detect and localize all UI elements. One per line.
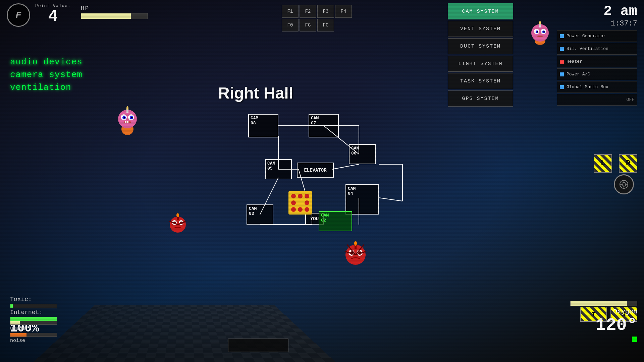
noise-bar-fill	[10, 333, 26, 337]
duct-system-button[interactable]: DUCT SYSTEM	[448, 38, 513, 54]
toxic-bar-bg	[10, 304, 57, 308]
power-off-item[interactable]: OFF	[557, 94, 637, 106]
oxygen-label: Oxygen	[613, 308, 637, 315]
left-menu-ventilation[interactable]: ventilation	[10, 82, 83, 93]
global-music-box-label: Global Music Box	[567, 84, 608, 89]
usage-stat: usage	[10, 321, 57, 331]
lr-buttons: L R	[594, 154, 637, 173]
green-dot	[632, 337, 637, 342]
usage-bar-bg	[10, 321, 57, 325]
cam-06-label: CAM06	[351, 146, 359, 156]
cam-05-node[interactable]: CAM05	[265, 159, 292, 179]
power-ac-indicator	[560, 72, 564, 76]
power-ac-item[interactable]: Power A/C	[557, 68, 637, 80]
cam-04-node[interactable]: CAM04	[345, 184, 379, 215]
sil-ventilation-label: Sil. Ventilation	[567, 46, 608, 51]
fkey-fc[interactable]: FC	[317, 19, 334, 32]
elevator-label: ELEVATOR	[304, 168, 326, 173]
cam-08-node[interactable]: CAM08	[248, 114, 278, 137]
svg-point-43	[291, 200, 296, 205]
heater-label: Heater	[567, 59, 582, 64]
usage-noise-area: usage noise	[10, 321, 57, 344]
right-button[interactable]: R	[619, 154, 637, 173]
usage-label: usage	[10, 326, 57, 331]
svg-point-42	[305, 194, 309, 198]
cam-04-label: CAM04	[348, 186, 356, 196]
cam-system-button[interactable]: CAM SYSTEM	[448, 3, 513, 19]
cam-08-label: CAM08	[251, 116, 258, 126]
time-display: 2 am 1:37:7	[603, 3, 637, 28]
global-music-box-indicator	[560, 85, 564, 89]
fkey-f1[interactable]: F1	[282, 5, 299, 18]
time-am: 2 am	[603, 3, 637, 19]
svg-point-54	[176, 213, 179, 217]
svg-rect-8	[537, 36, 543, 37]
toxic-label: Toxic:	[10, 296, 32, 303]
you-label: YOU	[310, 216, 319, 222]
logo-badge: F	[7, 3, 30, 27]
task-system-button[interactable]: TASK SYSTEM	[448, 73, 513, 89]
left-menu-audio[interactable]: audio devices	[10, 57, 83, 67]
internet-label: Internet:	[10, 309, 43, 316]
location-label: Right Hall	[218, 84, 293, 102]
power-ac-label: Power A/C	[567, 72, 590, 77]
cam-03-label: CAM03	[249, 206, 257, 216]
power-panel: Power Generator Sil. Ventilation Heater …	[557, 30, 637, 106]
oxygen-bar-bg	[570, 301, 637, 306]
gps-system-button[interactable]: GPS SYSTEM	[448, 90, 513, 107]
global-music-box-item[interactable]: Global Music Box	[557, 81, 637, 93]
usage-bar-fill	[10, 321, 20, 324]
svg-point-6	[537, 31, 538, 33]
power-generator-item[interactable]: Power Generator	[557, 30, 637, 42]
point-area: Point Value: 4	[35, 3, 71, 24]
noise-bar-bg	[10, 333, 57, 337]
fkey-f3[interactable]: F3	[317, 5, 334, 18]
light-system-button[interactable]: LIGHT SYSTEM	[448, 56, 513, 72]
svg-point-18	[131, 117, 133, 119]
power-generator-indicator	[560, 34, 564, 38]
bottom-right-stats: Oxygen 120°	[570, 301, 637, 342]
heater-indicator	[560, 60, 564, 64]
enemy-char-1	[168, 208, 188, 236]
svg-point-44	[305, 200, 309, 205]
hp-bar-bg	[81, 13, 148, 19]
fkey-f2[interactable]: F2	[300, 5, 316, 18]
left-menu-camera[interactable]: camera system	[10, 70, 83, 80]
cam-03-node[interactable]: CAM03	[247, 204, 273, 225]
left-button[interactable]: L	[594, 154, 612, 173]
svg-point-45	[291, 207, 296, 212]
toxic-stat: Toxic:	[10, 296, 57, 308]
degree-value: 120°	[570, 315, 637, 335]
hp-area: HP	[81, 3, 148, 19]
cam-07-node[interactable]: CAM07	[309, 114, 339, 137]
svg-point-41	[298, 194, 303, 198]
fkey-f0[interactable]: F0	[282, 19, 299, 32]
heater-item[interactable]: Heater	[557, 56, 637, 67]
svg-point-46	[298, 207, 303, 212]
sil-ventilation-indicator	[560, 47, 564, 51]
bottom-center-panel	[228, 339, 288, 352]
func-keys: F1 F2 F3 F4 F0 FG FC	[282, 5, 352, 32]
vent-system-button[interactable]: VENT SYSTEM	[448, 21, 513, 37]
noise-stat: noise	[10, 333, 57, 344]
svg-point-23	[126, 106, 128, 110]
svg-point-40	[291, 194, 296, 198]
cam-05-label: CAM05	[267, 161, 275, 171]
svg-rect-21	[127, 121, 128, 123]
power-off-label: OFF	[627, 97, 634, 102]
circular-button[interactable]	[614, 174, 634, 194]
sil-ventilation-item[interactable]: Sil. Ventilation	[557, 43, 637, 55]
svg-line-29	[332, 164, 359, 169]
point-value: 4	[48, 8, 58, 24]
elevator-node[interactable]: ELEVATOR	[297, 163, 334, 178]
fkey-f4[interactable]: F4	[335, 5, 352, 18]
svg-point-47	[305, 207, 309, 212]
map-area: CAM08 CAM07 CAM06 CAM05 ELEVATOR CAM03 C…	[228, 107, 416, 275]
fkey-fg[interactable]: FG	[300, 19, 316, 32]
system-panel: CAM SYSTEM VENT SYSTEM DUCT SYSTEM LIGHT…	[448, 3, 513, 107]
oxygen-bar-fill	[571, 301, 627, 306]
cam-02-node[interactable]: CAM02	[319, 211, 352, 231]
cam-06-node[interactable]: CAM06	[349, 144, 376, 164]
svg-point-17	[124, 117, 125, 119]
time-sub: 1:37:7	[603, 19, 637, 28]
